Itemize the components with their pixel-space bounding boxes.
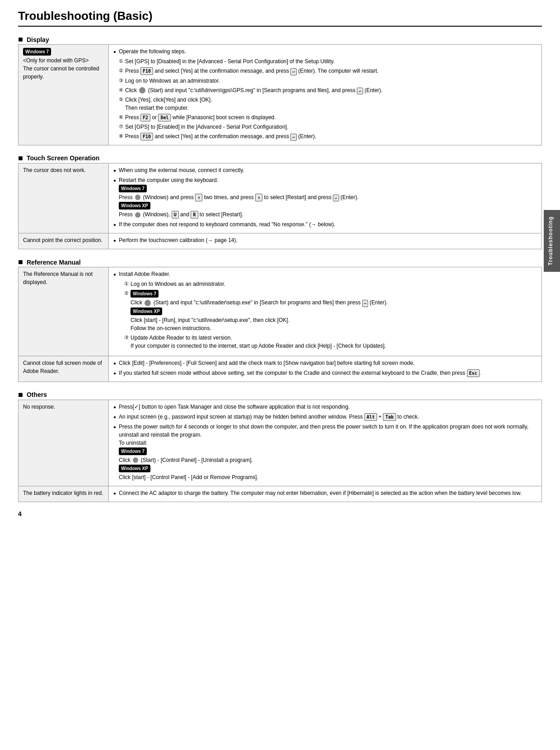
step-item: ⑦ Set [GPS] to [Enabled] in the [Advance… [119,123,537,131]
esc-key: Esc [467,369,480,377]
solution-item: Press the power switch for 4 seconds or … [113,423,537,481]
step-item: ② Windows 7 Click (Start) and input "c:\… [124,289,388,332]
problem-cell: Cannot point the correct position. [19,233,109,249]
section-bullet: ■ [18,154,23,163]
section-touch-title: Touch Screen Operation [27,154,100,162]
problem-cell: No response. [19,400,109,486]
solution-item: Click [Edit] - [Preferences] - [Full Scr… [113,359,537,367]
solution-item: Restart the computer using the keyboard.… [113,176,537,219]
solution-cell: Press[✓] button to open Task Manager and… [109,400,542,486]
solution-text: Click [Edit] - [Preferences] - [Full Scr… [119,359,415,367]
enter-key: ↵ [290,134,296,141]
step-num: ③ [119,77,123,84]
solution-text: Install Adobe Reader. ① Log on to Window… [119,270,388,351]
step-item: ⑧ Press F10 and select [Yes] at the conf… [119,132,537,141]
windows-icon [135,195,140,200]
solution-text: Press the power switch for 4 seconds or … [119,423,537,481]
step-num: ③ [124,334,129,341]
windows7-badge: Windows 7 [119,447,147,455]
start-icon [139,87,145,93]
step-text: Windows 7 Click (Start) and input "c:\ut… [131,289,388,332]
f10-key: F10 [140,67,153,75]
adobe-steps: ① Log on to Windows as an administrator.… [119,280,388,350]
step-text: Click (Start) and input "c:\util\drivers… [125,86,383,95]
others-table: No response. Press[✓] button to open Tas… [18,400,542,502]
solution-item: Operate the following steps. [113,47,537,56]
solution-list: Press[✓] button to open Task Manager and… [113,403,537,481]
step-num: ① [119,57,123,65]
section-others-header: ■ Others [18,390,542,400]
enter-key: ↵ [333,195,339,202]
windowsxp-badge: Windows XP [131,307,162,315]
solution-item: When using the external mouse, connect i… [113,166,537,174]
problem-cell: The battery indicator lights in red. [19,486,109,502]
section-others-title: Others [27,391,47,398]
step-num: ⑥ [119,113,123,121]
problem-text: The cursor does not work. [23,167,86,173]
f2-key: F2 [140,114,150,121]
step-num: ⑧ [119,132,123,140]
u-key: U [172,211,179,219]
step-text: Press F2 or Del while [Panasonic] boot s… [125,113,276,121]
windows7-badge: Windows 7 [23,48,51,56]
problem-cell: Cannot close full screen mode of Adobe R… [19,356,109,382]
page-number: 4 [18,510,22,517]
solution-item: Connect the AC adaptor to charge the bat… [113,489,537,497]
table-row: Cannot point the correct position. Perfo… [19,233,542,249]
section-ref-header: ■ Reference Manual [18,257,542,267]
windows7-badge: Windows 7 [119,185,147,192]
section-bullet: ■ [18,390,23,400]
step-num: ④ [119,86,123,94]
step-item: ③ Log on to Windows as an administrator. [119,77,537,85]
step-item: ⑤ Click [Yes], click[Yes] and click [OK]… [119,96,537,112]
section-ref-title: Reference Manual [27,259,81,266]
solution-text: Restart the computer using the keyboard.… [119,176,359,219]
step-text: Press F10 and select [Yes] at the confir… [125,132,316,141]
step-num: ① [124,280,129,288]
solution-text: Perform the touchscreen calibration (→ p… [119,236,238,244]
windowsxp-badge: Windows XP [119,202,150,210]
start-icon [145,300,151,306]
step-item: ⑥ Press F2 or Del while [Panasonic] boot… [119,113,537,121]
step-num: ⑤ [119,96,123,103]
section-bullet: ■ [18,257,23,267]
table-row: No response. Press[✓] button to open Tas… [19,400,542,486]
windows-icon [135,212,140,218]
solution-list: Install Adobe Reader. ① Log on to Window… [113,270,537,351]
touch-table: The cursor does not work. When using the… [18,163,542,250]
enter-key: ↵ [362,300,368,307]
step-item: ③ Update Adobe Reader to its latest vers… [124,334,388,350]
problem-text: The battery indicator lights in red. [23,490,103,496]
solution-text: An input screen (e.g., password input sc… [119,413,419,421]
step-num: ② [119,67,123,75]
problem-cell: The cursor does not work. [19,163,109,233]
solution-text: Press[✓] button to open Task Manager and… [119,403,350,411]
step-num: ⑦ [119,123,123,130]
solution-item: An input screen (e.g., password input sc… [113,413,537,421]
r-key: R [191,211,198,219]
step-text: Update Adobe Reader to its latest versio… [131,334,386,350]
steps-list: ① Set [GPS] to [Disabled] in the [Advanc… [113,57,537,141]
table-row: The battery indicator lights in red. Con… [19,486,542,502]
step-text: Set [GPS] to [Enabled] in the [Advanced … [125,123,289,131]
solution-item: Press[✓] button to open Task Manager and… [113,403,537,411]
solution-list: Perform the touchscreen calibration (→ p… [113,236,537,244]
solution-text: When using the external mouse, connect i… [119,166,244,174]
solution-text: Operate the following steps. [119,47,186,56]
f10-key: F10 [140,133,153,140]
solution-text: If you started full screen mode without … [119,369,481,377]
problem-text: Cannot close full screen mode of Adobe R… [23,360,102,374]
sidebar-label: Troubleshooting [544,210,560,272]
solution-cell: Operate the following steps. ① Set [GPS]… [109,45,542,145]
tab-key: Tab [383,413,396,421]
table-row: The Reference Manual is not displayed. I… [19,267,542,356]
up-key: ↑ [195,194,202,201]
step-item: ① Log on to Windows as an administrator. [124,280,388,288]
section-bullet: ■ [18,35,23,44]
del-key: Del [158,114,171,121]
table-row: Cannot close full screen mode of Adobe R… [19,356,542,382]
solution-list: When using the external mouse, connect i… [113,166,537,229]
problem-cell: Windows 7 <Only for model with GPS>The c… [19,45,109,145]
table-row: The cursor does not work. When using the… [19,163,542,233]
solution-item: Install Adobe Reader. ① Log on to Window… [113,270,537,351]
